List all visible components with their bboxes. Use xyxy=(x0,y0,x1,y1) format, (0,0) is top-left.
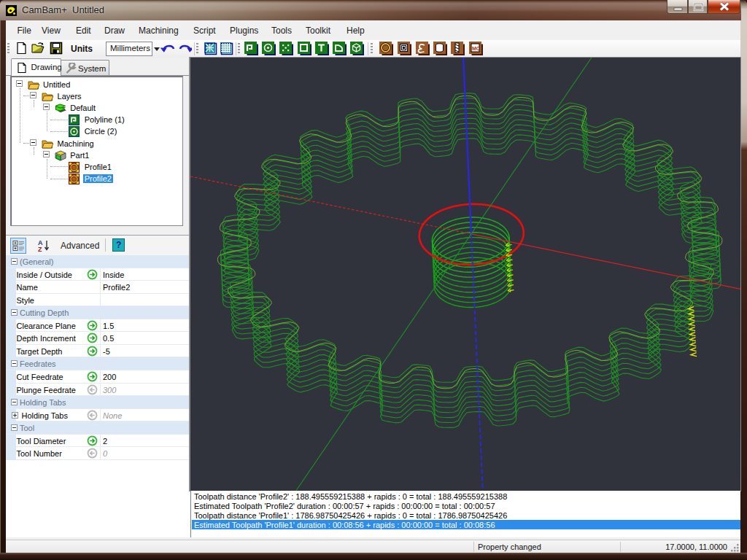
svg-text:MC: MC xyxy=(472,46,480,51)
svg-text:Z: Z xyxy=(38,246,42,252)
